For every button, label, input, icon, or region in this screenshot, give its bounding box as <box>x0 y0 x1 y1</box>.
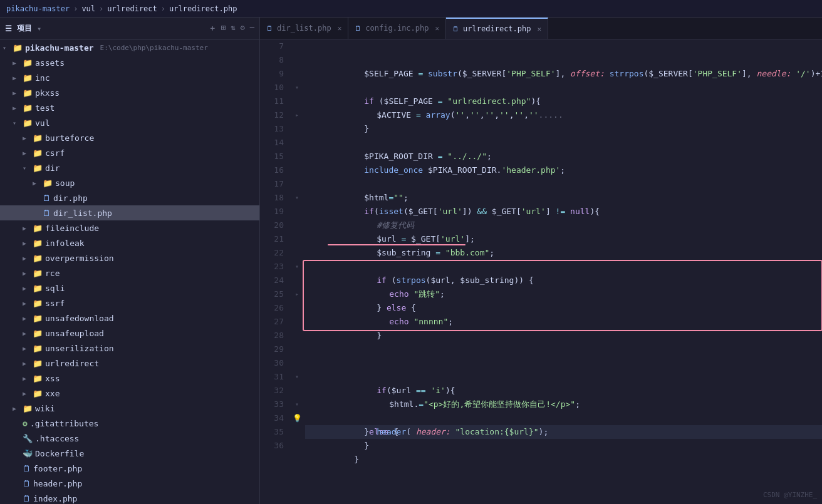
sidebar-title: 项目 <box>17 23 32 34</box>
sidebar-item-unserilization[interactable]: ▶ 📁 unserilization <box>0 341 259 356</box>
tab-close-dir-list[interactable]: ✕ <box>338 24 342 33</box>
folder-icon: 📁 <box>33 224 43 233</box>
line-num-10: 10 <box>265 81 284 95</box>
item-label: fileinclude <box>45 224 99 233</box>
line-num-36: 36 <box>265 439 284 453</box>
sidebar-item-unsafedownload[interactable]: ▶ 📁 unsafedownload <box>0 311 259 326</box>
sidebar-item-htaccess[interactable]: ▶ 🔧 .htaccess <box>0 431 259 446</box>
sidebar-item-dockerfile[interactable]: ▶ 🐳 Dockerfile <box>0 446 259 461</box>
sidebar-item-test[interactable]: ▶ 📁 test <box>0 100 259 115</box>
sidebar-item-unsafeupload[interactable]: ▶ 📁 unsafeupload <box>0 326 259 341</box>
sidebar-item-inc[interactable]: ▶ 📁 inc <box>0 70 259 85</box>
line-num-17: 17 <box>265 177 284 191</box>
sidebar-toolbar: ＋ ⊞ ⇅ ⚙ ─ <box>209 23 254 34</box>
item-label: vul <box>35 118 49 128</box>
code-line-30 <box>305 356 822 370</box>
line-num-15: 15 <box>265 150 284 163</box>
folder-icon: 📁 <box>23 103 33 113</box>
sidebar-item-urlredirect[interactable]: ▶ 📁 urlredirect <box>0 356 259 371</box>
line-num-29: 29 <box>265 342 284 356</box>
line-num-8: 8 <box>265 53 284 67</box>
php-icon: 🗒 <box>23 479 31 488</box>
sidebar-item-pkxss[interactable]: ▶ 📁 pkxss <box>0 85 259 100</box>
sidebar-header: ☰ 项目 ▾ ＋ ⊞ ⇅ ⚙ ─ <box>0 18 259 40</box>
line-numbers: 7 8 9 10 11 12 13 14 15 16 17 18 19 20 2… <box>260 39 291 504</box>
folder-icon: 📁 <box>33 239 43 248</box>
line-num-33: 33 <box>265 398 284 411</box>
sidebar-item-index-php[interactable]: ▶ 🗒 index.php <box>0 491 259 504</box>
sidebar-item-gitattributes[interactable]: ▶ ⚙ .gitattributes <box>0 416 259 431</box>
line-num-19: 19 <box>265 205 284 219</box>
folder-icon: 📁 <box>33 284 43 293</box>
sidebar-item-xxe[interactable]: ▶ 📁 xxe <box>0 386 259 401</box>
sidebar-item-assets[interactable]: ▶ 📁 assets <box>0 55 259 70</box>
sidebar-item-ssrf[interactable]: ▶ 📁 ssrf <box>0 296 259 311</box>
sidebar-item-header-php[interactable]: ▶ 🗒 header.php <box>0 476 259 491</box>
new-folder-icon[interactable]: ⊞ <box>221 23 226 34</box>
new-file-icon[interactable]: ＋ <box>209 23 216 34</box>
item-label: dir.php <box>53 193 88 203</box>
code-line-15: include_once $PIKA_ROOT_DIR.'header.php'… <box>305 150 822 163</box>
line-num-31: 31 <box>265 370 284 384</box>
code-line-33: 💡 }else { <box>305 398 822 411</box>
tab-close-urlredirect[interactable]: ✕ <box>537 25 541 33</box>
editor-content[interactable]: 7 8 9 10 11 12 13 14 15 16 17 18 19 20 2… <box>260 39 822 504</box>
settings-icon[interactable]: ⚙ <box>241 23 245 34</box>
tab-bar: 🗒 dir_list.php ✕ 🗒 config.inc.php ✕ 🗒 ur… <box>260 18 822 39</box>
tab-close-config[interactable]: ✕ <box>435 24 439 33</box>
main-layout: ☰ 项目 ▾ ＋ ⊞ ⇅ ⚙ ─ ▾ 📁 pikachu-master E:\c… <box>0 18 822 504</box>
tab-label: urlredirect.php <box>463 24 531 33</box>
docker-icon: 🐳 <box>23 449 33 458</box>
breadcrumb-part-4: urlredirect.php <box>169 4 237 13</box>
bulb-icon[interactable]: 💡 <box>293 411 302 425</box>
item-label: burteforce <box>45 133 94 143</box>
code-line-13 <box>305 122 822 136</box>
sidebar-item-soup[interactable]: ▶ 📁 soup <box>0 175 259 190</box>
sidebar-item-dir-php[interactable]: ▶ 🗒 dir.php <box>0 190 259 205</box>
tree-root[interactable]: ▾ 📁 pikachu-master E:\code\php\pikachu-m… <box>0 40 259 55</box>
tab-php-icon: 🗒 <box>452 25 459 33</box>
item-label: .htaccess <box>35 434 79 443</box>
sidebar-item-fileinclude[interactable]: ▶ 📁 fileinclude <box>0 220 259 235</box>
close-sidebar-icon[interactable]: ─ <box>250 23 254 34</box>
tab-config-inc-php[interactable]: 🗒 config.inc.php ✕ <box>348 18 446 39</box>
line-num-23: 23 <box>265 260 284 274</box>
line-num-16: 16 <box>265 163 284 177</box>
code-line-19: #修复代码 <box>305 205 822 219</box>
sidebar-item-overpermission[interactable]: ▶ 📁 overpermission <box>0 250 259 265</box>
sidebar-item-sqli[interactable]: ▶ 📁 sqli <box>0 280 259 296</box>
sidebar-item-csrf[interactable]: ▶ 📁 csrf <box>0 145 259 160</box>
sidebar-item-dir-list-php[interactable]: ▶ 🗒 dir_list.php <box>0 205 259 220</box>
code-line-9 <box>305 67 822 81</box>
code-line-12: } <box>305 108 822 122</box>
code-line-32: $html.="<p>好的,希望你能坚持做你自己!</p>"; <box>305 384 822 398</box>
item-label: infoleak <box>45 239 85 248</box>
collapse-all-icon[interactable]: ⇅ <box>231 23 235 34</box>
code-editor[interactable]: $SELF_PAGE = substr($_SERVER['PHP_SELF']… <box>303 39 822 504</box>
code-line-8: $SELF_PAGE = substr($_SERVER['PHP_SELF']… <box>305 53 822 67</box>
sidebar-item-vul[interactable]: ▾ 📁 vul <box>0 115 259 130</box>
tab-urlredirect-php[interactable]: 🗒 urlredirect.php ✕ <box>446 18 548 39</box>
sidebar-item-rce[interactable]: ▶ 📁 rce <box>0 265 259 280</box>
dropdown-arrow[interactable]: ▾ <box>37 24 41 33</box>
sidebar-item-footer-php[interactable]: ▶ 🗒 footer.php <box>0 461 259 476</box>
item-label: unserilization <box>45 344 114 353</box>
folder-icon: 📁 <box>33 299 43 308</box>
folder-icon: 📁 <box>23 404 33 413</box>
breadcrumb-part-2: vul <box>81 4 95 13</box>
sidebar-item-xss[interactable]: ▶ 📁 xss <box>0 371 259 386</box>
sidebar-item-dir[interactable]: ▾ 📁 dir <box>0 160 259 175</box>
code-line-10: if ($SELF_PAGE = "urlredirect.php"){ <box>305 81 822 95</box>
item-label: xss <box>45 374 60 383</box>
project-icon: ☰ <box>5 24 12 33</box>
code-line-29 <box>305 342 822 356</box>
sidebar-item-burteforce[interactable]: ▶ 📁 burteforce <box>0 130 259 145</box>
watermark: CSDN @YINZHE_ <box>763 491 817 499</box>
line-num-30: 30 <box>265 356 284 370</box>
git-icon: ⚙ <box>23 419 28 428</box>
sidebar-item-wiki[interactable]: ▶ 📁 wiki <box>0 401 259 416</box>
item-label: header.php <box>33 479 82 488</box>
tab-dir-list-php[interactable]: 🗒 dir_list.php ✕ <box>260 18 348 39</box>
sidebar-item-infoleak[interactable]: ▶ 📁 infoleak <box>0 235 259 250</box>
code-line-36: } <box>305 439 822 453</box>
